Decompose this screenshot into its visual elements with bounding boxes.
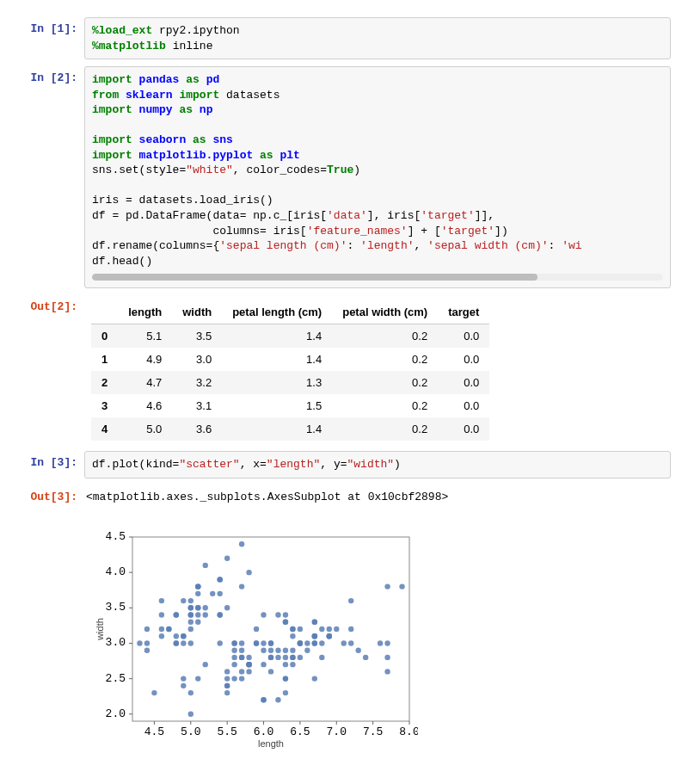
- cell-2-out: Out[2]: lengthwidthpetal length (cm)peta…: [0, 295, 671, 444]
- data-point: [268, 647, 273, 652]
- data-point: [261, 697, 266, 702]
- data-point: [231, 655, 236, 660]
- data-point: [195, 676, 200, 681]
- kw: import: [92, 133, 139, 146]
- data-point: [181, 676, 186, 681]
- y-tick-label: 4.0: [106, 565, 126, 578]
- module: seaborn: [139, 133, 187, 146]
- data-point: [239, 640, 244, 645]
- code-input-2[interactable]: import pandas as pd from sklearn import …: [84, 66, 671, 288]
- data-point: [283, 676, 288, 681]
- module: matplotlib.pyplot: [139, 149, 254, 162]
- data-point: [283, 655, 288, 660]
- in-prompt-1: In [1]:: [0, 17, 84, 59]
- y-axis-label: width: [95, 618, 105, 641]
- scrollbar-thumb[interactable]: [92, 274, 538, 281]
- data-point: [224, 605, 230, 610]
- data-point: [137, 640, 142, 645]
- alias: np: [200, 103, 213, 116]
- data-point: [239, 541, 244, 546]
- x-tick-label: 7.5: [363, 725, 383, 738]
- row-index: 0: [91, 324, 118, 349]
- data-point: [304, 640, 310, 645]
- magic: %matplotlib: [92, 40, 166, 52]
- row-index: 4: [91, 417, 118, 441]
- code-text: rpy2.ipython: [152, 24, 239, 37]
- x-tick-label: 5.0: [181, 725, 200, 738]
- code-text: , x=: [240, 458, 267, 471]
- data-point: [231, 647, 236, 652]
- module: sklearn: [126, 89, 173, 102]
- string: "width": [347, 458, 395, 471]
- col-header: width: [172, 300, 222, 324]
- cell-1: In [1]: %load_ext rpy2.ipython %matplotl…: [0, 17, 671, 59]
- cell: 1.4: [222, 324, 332, 349]
- cell: 3.0: [172, 348, 222, 371]
- kw: as: [186, 133, 212, 146]
- data-point: [363, 655, 368, 660]
- in-prompt-3: In [3]:: [0, 451, 84, 478]
- data-point: [355, 647, 360, 652]
- data-point: [239, 676, 244, 681]
- data-point: [246, 570, 251, 575]
- cell: 3.5: [172, 324, 222, 349]
- cell: 1.3: [222, 371, 332, 394]
- plot-frame: [132, 537, 409, 721]
- row-index: 3: [91, 394, 118, 417]
- code-text: :: [347, 239, 360, 252]
- data-point: [268, 655, 273, 660]
- data-point: [174, 640, 179, 645]
- cell: 0.2: [332, 348, 438, 371]
- data-point: [217, 591, 222, 596]
- x-tick-label: 4.5: [144, 725, 164, 738]
- data-point: [224, 676, 230, 681]
- kw: import: [92, 73, 139, 86]
- data-point: [312, 640, 317, 645]
- data-point: [290, 662, 295, 667]
- table-row: 34.63.11.50.20.0: [91, 394, 489, 417]
- data-point: [268, 669, 273, 674]
- x-tick-label: 7.0: [327, 725, 347, 738]
- cell-2: In [2]: import pandas as pd from sklearn…: [0, 66, 671, 288]
- code-input-3[interactable]: df.plot(kind="scatter", x="length", y="w…: [84, 451, 671, 478]
- cell-3: In [3]: df.plot(kind="scatter", x="lengt…: [0, 451, 671, 478]
- data-point: [195, 583, 200, 589]
- scatter-plot: 4.55.05.56.06.57.07.58.02.02.53.03.54.04…: [91, 528, 418, 752]
- code-text: datasets: [226, 89, 280, 102]
- data-point: [319, 655, 324, 660]
- cell: 0.2: [332, 324, 438, 349]
- col-header: petal width (cm): [332, 300, 438, 324]
- code-text: ): [353, 164, 360, 176]
- data-point: [188, 612, 194, 617]
- code-text: iris = datasets.load_iris(): [92, 194, 273, 207]
- x-axis-label: length: [258, 738, 284, 749]
- data-point: [261, 662, 266, 667]
- string: 'sepal width (cm)': [427, 239, 548, 252]
- code-input-1[interactable]: %load_ext rpy2.ipython %matplotlib inlin…: [84, 17, 671, 59]
- y-tick-label: 4.5: [106, 530, 126, 543]
- out-prompt-3: Out[3]:: [0, 485, 84, 508]
- in-prompt-2: In [2]:: [0, 66, 84, 288]
- data-point: [181, 683, 186, 688]
- data-point: [224, 555, 230, 560]
- data-point: [174, 633, 179, 639]
- cell: 4.7: [118, 371, 172, 394]
- row-index: 2: [91, 371, 118, 394]
- table-row: 45.03.61.40.20.0: [91, 417, 489, 441]
- data-point: [319, 627, 324, 632]
- data-point: [268, 640, 273, 645]
- output-3-repr: <matplotlib.axes._subplots.AxesSubplot a…: [84, 485, 671, 508]
- cell: 3.2: [172, 371, 222, 394]
- cell: 4.9: [118, 348, 172, 371]
- cell: 0.0: [438, 371, 489, 394]
- cell: 3.6: [172, 417, 222, 441]
- data-point: [188, 627, 194, 632]
- string: "white": [186, 164, 233, 176]
- data-point: [319, 640, 324, 645]
- horizontal-scrollbar[interactable]: [92, 274, 663, 281]
- output-3-plot: 4.55.05.56.06.57.07.58.02.02.53.03.54.04…: [84, 515, 671, 759]
- data-point: [217, 612, 222, 617]
- data-point: [348, 640, 353, 645]
- data-point: [144, 627, 150, 632]
- data-point: [327, 633, 332, 639]
